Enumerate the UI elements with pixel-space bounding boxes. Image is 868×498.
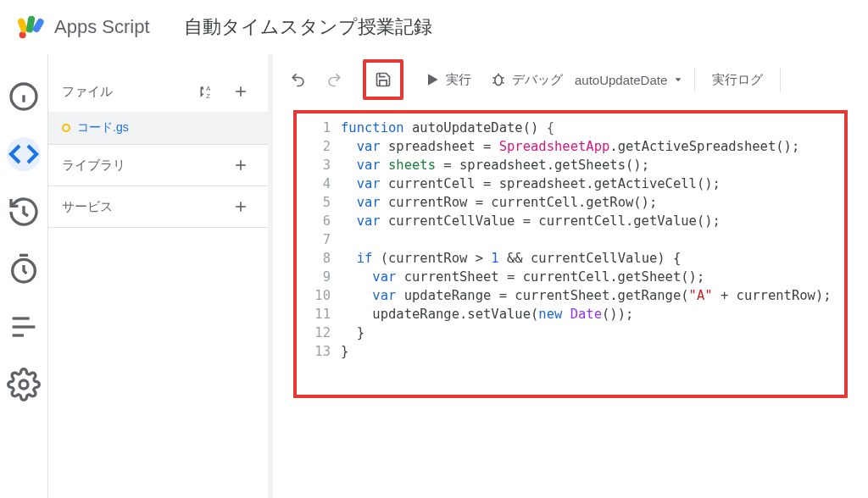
editor-toolbar: 実行 デバッグ autoUpdateDate 実行ログ [273, 54, 868, 105]
libraries-header: ライブラリ [48, 145, 268, 185]
add-file-icon[interactable] [227, 78, 254, 105]
add-service-icon[interactable] [227, 193, 254, 220]
rail-overview[interactable] [7, 80, 41, 113]
function-select[interactable]: autoUpdateDate [575, 73, 684, 87]
add-library-icon[interactable] [227, 152, 254, 179]
code-editor-highlight: 1function autoUpdateDate() { 2 var sprea… [293, 110, 848, 398]
sort-az-icon[interactable]: AZ [193, 78, 220, 105]
save-button-highlight [363, 59, 403, 100]
editor-pane: 実行 デバッグ autoUpdateDate 実行ログ 1function au… [273, 54, 868, 498]
run-button[interactable]: 実行 [417, 64, 478, 95]
redo-button[interactable] [319, 64, 349, 95]
save-button[interactable] [368, 64, 398, 95]
toolbar-separator [780, 68, 781, 91]
rail-stats[interactable] [7, 310, 41, 344]
files-label: ファイル [62, 84, 113, 100]
nav-rail [0, 54, 47, 498]
apps-script-logo [17, 14, 44, 41]
svg-point-21 [495, 75, 502, 86]
svg-line-23 [492, 78, 495, 79]
svg-line-24 [502, 78, 504, 79]
project-title[interactable]: 自動タイムスタンプ授業記録 [184, 14, 432, 40]
svg-marker-20 [428, 74, 438, 85]
rail-triggers[interactable] [7, 195, 41, 229]
toolbar-separator [694, 68, 695, 91]
files-header: ファイル AZ [48, 71, 268, 112]
rail-executions[interactable] [7, 252, 41, 286]
services-header: サービス [48, 186, 268, 227]
execution-log-button[interactable]: 実行ログ [705, 64, 770, 95]
code-editor[interactable]: 1function autoUpdateDate() { 2 var sprea… [305, 119, 836, 361]
unsaved-dot-icon [62, 124, 70, 132]
svg-line-25 [492, 82, 495, 83]
brand-name: Apps Script [54, 16, 150, 38]
svg-rect-1 [17, 17, 28, 33]
rail-settings[interactable] [7, 368, 41, 401]
file-link: コード.gs [77, 120, 129, 136]
svg-text:Z: Z [206, 92, 210, 100]
services-label: サービス [62, 199, 113, 215]
file-item-code[interactable]: コード.gs [48, 112, 268, 144]
file-sidebar: ファイル AZ コード.gs ライブラリ サービス [47, 54, 268, 498]
main-area: ファイル AZ コード.gs ライブラリ サービス [0, 54, 868, 498]
chevron-down-icon [672, 74, 684, 86]
libraries-label: ライブラリ [62, 158, 125, 174]
app-header: Apps Script 自動タイムスタンプ授業記録 [0, 0, 868, 54]
svg-point-0 [19, 31, 26, 38]
undo-button[interactable] [283, 64, 314, 95]
svg-marker-27 [676, 78, 682, 81]
svg-point-11 [19, 380, 28, 389]
svg-line-26 [502, 82, 504, 83]
rail-editor[interactable] [7, 137, 41, 171]
debug-button[interactable]: デバッグ [483, 64, 570, 95]
